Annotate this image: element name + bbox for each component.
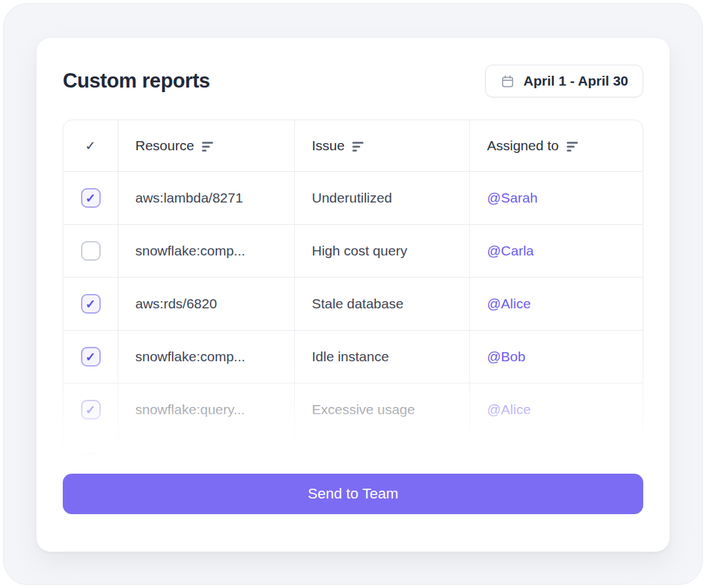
date-range-label: April 1 - April 30 bbox=[524, 73, 628, 89]
resource-cell: aws:rds/6820 bbox=[118, 278, 295, 330]
assignee-cell: @Bob bbox=[470, 331, 643, 383]
page-title: Custom reports bbox=[63, 69, 210, 93]
table-row: ✓ aws:rds/6820 Stale database @Alice bbox=[63, 277, 643, 330]
resource-cell: snowflake:comp... bbox=[118, 331, 295, 383]
resource-value: snowflake:query... bbox=[135, 402, 245, 417]
sort-icon bbox=[352, 142, 364, 152]
assignee-link[interactable]: @Sarah bbox=[487, 190, 537, 206]
assignee-link[interactable]: @Bob bbox=[487, 349, 526, 365]
issue-cell: Idle instance bbox=[295, 331, 470, 383]
check-icon: ✓ bbox=[86, 298, 96, 310]
assignee-cell: @Carla bbox=[470, 225, 643, 277]
resource-cell: snowflake:comp... bbox=[118, 225, 295, 277]
row-checkbox[interactable]: ✓ bbox=[81, 347, 101, 367]
check-icon: ✓ bbox=[85, 138, 96, 154]
reports-table: ✓ Resource Issue Assigned to ✓ bbox=[63, 120, 643, 468]
send-to-team-button[interactable]: Send to Team bbox=[63, 474, 643, 514]
row-checkbox[interactable]: ✓ bbox=[81, 294, 101, 314]
check-icon: ✓ bbox=[86, 457, 96, 469]
issue-value: Idle instance bbox=[312, 349, 389, 365]
table-row: ✓ snowflake:comp... High cost query @Car… bbox=[63, 224, 643, 277]
row-select-cell: ✓ bbox=[63, 225, 118, 277]
column-label: Issue bbox=[312, 138, 345, 154]
issue-cell: Excessive usage bbox=[295, 384, 470, 436]
reports-table-inner: ✓ Resource Issue Assigned to ✓ bbox=[63, 120, 643, 468]
resource-cell: snowflake:query... bbox=[118, 384, 295, 436]
column-label: Assigned to bbox=[487, 138, 559, 154]
custom-reports-card: Custom reports April 1 - April 30 ✓ Reso… bbox=[36, 37, 670, 552]
sort-icon bbox=[202, 142, 214, 152]
issue-cell: High cost query bbox=[295, 225, 470, 277]
resource-value: aws:lambda/8271 bbox=[135, 190, 243, 206]
select-all-header[interactable]: ✓ bbox=[63, 120, 118, 171]
row-checkbox[interactable]: ✓ bbox=[81, 400, 101, 419]
assignee-cell: @Alice bbox=[470, 278, 643, 330]
assignee-cell bbox=[470, 436, 643, 468]
table-body: ✓ aws:lambda/8271 Underutilized @Sarah ✓… bbox=[63, 171, 643, 468]
row-select-cell: ✓ bbox=[63, 331, 118, 383]
column-header-assigned-to[interactable]: Assigned to bbox=[470, 120, 643, 171]
issue-cell: Stale database bbox=[295, 278, 470, 330]
date-range-button[interactable]: April 1 - April 30 bbox=[485, 65, 643, 97]
assignee-link[interactable]: @Carla bbox=[487, 243, 534, 259]
sort-icon bbox=[567, 142, 579, 152]
row-checkbox[interactable]: ✓ bbox=[81, 453, 101, 468]
check-icon: ✓ bbox=[86, 192, 96, 204]
resource-value: snowflake:comp... bbox=[135, 243, 245, 259]
table-header-row: ✓ Resource Issue Assigned to bbox=[63, 120, 643, 171]
issue-value: Stale database bbox=[312, 296, 403, 312]
resource-cell bbox=[118, 436, 295, 468]
issue-cell bbox=[295, 436, 470, 468]
column-header-issue[interactable]: Issue bbox=[295, 120, 470, 171]
assignee-link[interactable]: @Alice bbox=[487, 296, 531, 312]
resource-value: snowflake:comp... bbox=[135, 349, 245, 365]
row-checkbox[interactable]: ✓ bbox=[81, 241, 101, 261]
row-select-cell: ✓ bbox=[63, 436, 118, 468]
row-select-cell: ✓ bbox=[63, 172, 118, 224]
column-header-resource[interactable]: Resource bbox=[118, 120, 295, 171]
check-icon: ✓ bbox=[86, 351, 96, 363]
column-label: Resource bbox=[135, 138, 194, 154]
table-row: ✓ snowflake:comp... Idle instance @Bob bbox=[63, 330, 643, 383]
row-checkbox[interactable]: ✓ bbox=[81, 188, 101, 208]
issue-value: Excessive usage bbox=[312, 402, 415, 417]
assignee-cell: @Sarah bbox=[470, 172, 643, 224]
check-icon: ✓ bbox=[86, 404, 96, 416]
resource-value: aws:rds/6820 bbox=[135, 296, 217, 312]
assignee-link[interactable]: @Alice bbox=[487, 402, 531, 417]
issue-value: Underutilized bbox=[312, 190, 392, 206]
issue-value: High cost query bbox=[312, 243, 407, 259]
row-select-cell: ✓ bbox=[63, 384, 118, 436]
table-row: ✓ bbox=[63, 436, 643, 468]
row-select-cell: ✓ bbox=[63, 278, 118, 330]
calendar-icon bbox=[500, 74, 515, 89]
table-row: ✓ aws:lambda/8271 Underutilized @Sarah bbox=[63, 171, 643, 224]
resource-cell: aws:lambda/8271 bbox=[118, 172, 295, 224]
table-row: ✓ snowflake:query... Excessive usage @Al… bbox=[63, 383, 643, 436]
assignee-cell: @Alice bbox=[470, 384, 643, 436]
card-header: Custom reports April 1 - April 30 bbox=[63, 64, 643, 98]
issue-cell: Underutilized bbox=[295, 172, 470, 224]
